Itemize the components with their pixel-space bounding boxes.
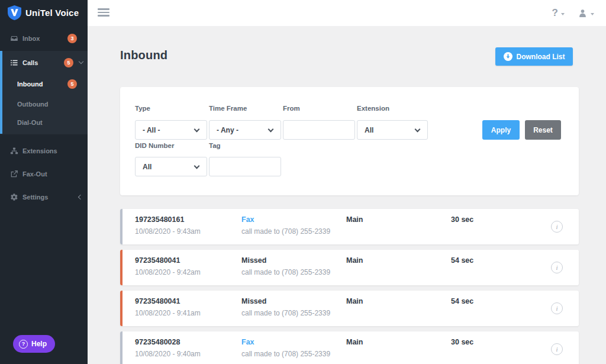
call-number: 197235480161 [135,215,184,224]
chevron-down-icon [79,59,83,64]
inbox-badge: 3 [67,34,77,43]
download-list-label: Download List [517,53,565,61]
call-duration: 30 sec [451,338,473,346]
inbound-badge: 5 [67,79,77,89]
list-icon [10,59,18,67]
row-accent [120,331,123,364]
call-type: Missed [241,256,266,265]
sidebar-item-label: Inbox [22,35,40,42]
sidebar-item-label: Extensions [22,147,57,154]
brand-logo[interactable]: UniTel Voice [8,5,79,20]
inbox-icon [10,34,18,43]
sidebar-item-calls[interactable]: Calls 5 [0,51,88,74]
did-number-label: DID Number [135,142,174,149]
download-icon [504,52,512,61]
call-row[interactable]: 97235480041 10/08/2020 - 9:42am Missed c… [120,250,579,285]
call-datetime: 10/08/2020 - 9:40am [135,350,201,358]
sidebar-item-dial-out[interactable]: Dial-Out [0,114,88,134]
extension-select-value: All [365,126,373,134]
call-extension: Main [346,256,363,265]
type-select[interactable]: - All - [135,120,207,140]
sidebar-item-label: Fax-Out [22,170,47,178]
call-duration: 54 sec [451,256,473,265]
shield-logo-icon [8,5,21,20]
time-frame-select-value: - Any - [217,126,238,134]
call-type: Missed [241,297,266,305]
type-label: Type [135,105,150,112]
call-list: 197235480161 10/08/2020 - 9:43am Fax cal… [120,209,579,364]
sidebar-item-outbound[interactable]: Outbound [0,94,88,114]
sidebar-item-label: Outbound [17,101,49,108]
sidebar-item-inbound[interactable]: Inbound 5 [0,74,88,94]
download-list-button[interactable]: Download List [495,47,573,66]
page-title: Inbound [120,49,167,62]
brand-name: UniTel Voice [25,8,79,18]
info-icon[interactable]: i [551,302,563,314]
help-menu[interactable]: ? [552,7,565,19]
gear-icon [10,193,18,201]
user-menu[interactable] [578,8,594,18]
info-icon[interactable]: i [551,343,563,355]
sidebar-item-label: Dial-Out [17,119,43,126]
apply-button[interactable]: Apply [482,120,520,140]
call-row[interactable]: 97235480041 10/08/2020 - 9:41am Missed c… [120,291,579,326]
sidebar-item-label: Calls [22,59,38,66]
info-icon[interactable]: i [551,221,563,233]
call-datetime: 10/08/2020 - 9:43am [135,227,201,236]
chevron-down-icon [591,13,594,15]
call-number: 97235480041 [135,297,180,305]
sidebar-item-settings[interactable]: Settings [0,185,88,208]
call-description: call made to (708) 255-2339 [241,268,330,276]
call-description: call made to (708) 255-2339 [241,350,330,358]
from-input[interactable] [283,120,355,140]
call-number: 97235480041 [135,256,180,265]
topbar: ? [88,0,606,26]
did-number-select[interactable]: All [135,157,207,176]
active-section-indicator [0,51,2,134]
row-accent [120,250,123,285]
reset-button[interactable]: Reset [525,120,561,140]
did-number-select-value: All [143,163,152,171]
sitemap-icon [10,147,18,155]
call-extension: Main [346,338,363,346]
sidebar: UniTel Voice Inbox 3 Calls 5 [0,0,88,364]
call-extension: Main [346,297,363,305]
question-mark-icon: ? [552,7,558,19]
sidebar-item-extensions[interactable]: Extensions [0,139,88,162]
filter-panel: Type - All - Time Frame - Any - From Ext… [120,87,579,195]
call-duration: 54 sec [451,297,473,305]
call-description: call made to (708) 255-2339 [241,227,330,236]
sidebar-item-fax-out[interactable]: Fax-Out [0,162,88,185]
main-content: Inbound Download List Type - All - Time … [88,26,606,364]
info-icon[interactable]: i [551,262,563,273]
call-datetime: 10/08/2020 - 9:41am [135,309,201,317]
extension-select[interactable]: All [357,120,428,140]
call-type: Fax [241,215,254,224]
call-row[interactable]: 97235480028 10/08/2020 - 9:40am Fax call… [120,331,579,364]
type-select-value: - All - [143,126,160,134]
tag-input[interactable] [209,157,281,176]
question-circle-icon: ? [19,340,28,349]
help-button[interactable]: ? Help [13,335,55,353]
app-window: UniTel Voice Inbox 3 Calls 5 [0,0,606,364]
call-number: 97235480028 [135,338,180,346]
call-extension: Main [346,215,363,224]
sidebar-item-label: Inbound [17,80,43,88]
chevron-down-icon [415,127,421,133]
chevron-down-icon [561,13,565,15]
from-label: From [283,105,300,112]
time-frame-label: Time Frame [209,105,247,112]
person-icon [578,8,588,18]
time-frame-select[interactable]: - Any - [209,120,281,140]
calls-badge: 5 [64,58,73,67]
help-button-label: Help [31,340,47,348]
chevron-down-icon [194,127,200,133]
tag-label: Tag [209,142,221,149]
hamburger-menu-icon[interactable] [98,8,109,18]
sidebar-item-inbox[interactable]: Inbox 3 [0,26,88,51]
call-row[interactable]: 197235480161 10/08/2020 - 9:43am Fax cal… [120,209,579,244]
call-description: call made to (708) 255-2339 [241,309,330,317]
sidebar-nav: Inbox 3 Calls 5 Inbound 5 Outbound [0,26,88,208]
extension-label: Extension [357,105,389,112]
call-type: Fax [241,338,254,346]
